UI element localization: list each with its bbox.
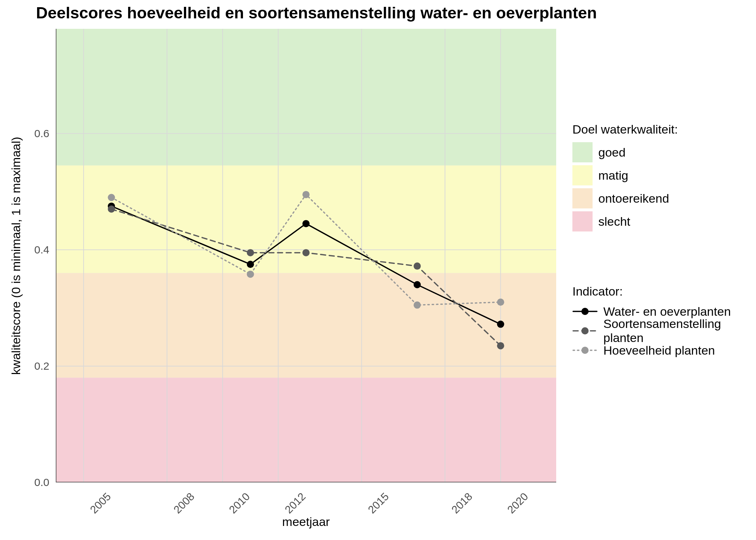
svg-point-31 — [497, 321, 504, 328]
legend-indicator: Indicator: Water- en oeverplantenSoorten… — [572, 284, 756, 363]
svg-rect-4 — [56, 378, 556, 482]
y-tick-label: 0.0 — [34, 476, 56, 489]
svg-rect-1 — [56, 29, 556, 166]
svg-point-40 — [414, 301, 421, 309]
legend-indicator-label: Soortensamenstelling planten — [603, 317, 756, 345]
legend-quality-swatch — [572, 165, 593, 185]
svg-point-41 — [497, 298, 504, 306]
legend-quality-item: slecht — [572, 211, 678, 231]
svg-point-49 — [581, 347, 589, 354]
chart-title: Deelscores hoeveelheid en soortensamenst… — [36, 4, 597, 22]
svg-point-34 — [302, 249, 310, 256]
legend-quality-label: ontoereikend — [598, 192, 669, 206]
y-tick-label: 0.4 — [34, 244, 56, 256]
svg-point-29 — [302, 220, 310, 227]
x-axis-label: meetjaar — [56, 515, 556, 529]
x-tick-label: 2018 — [449, 490, 475, 516]
legend-quality-swatch — [572, 188, 593, 208]
legend-quality-item: ontoereikend — [572, 188, 678, 208]
legend-indicator-item: Soortensamenstelling planten — [572, 324, 756, 338]
legend-indicator-label: Hoeveelheid planten — [603, 343, 715, 357]
legend-quality-title: Doel waterkwaliteit: — [572, 122, 678, 136]
svg-point-33 — [247, 249, 254, 256]
chart-container: Deelscores hoeveelheid en soortensamenst… — [0, 0, 756, 540]
x-tick-label: 2010 — [227, 490, 252, 516]
svg-point-45 — [581, 308, 589, 315]
legend-quality-label: matig — [598, 168, 628, 183]
x-tick-label: 2020 — [505, 490, 530, 516]
legend-indicator-swatch — [572, 324, 598, 338]
legend-quality-label: goed — [598, 145, 626, 159]
legend-quality-label: slecht — [598, 215, 630, 229]
legend-quality-item: goed — [572, 142, 678, 162]
y-axis-label: kwaliteitscore (0 is minimaal, 1 is maxi… — [9, 29, 23, 482]
legend-indicator-item: Water- en oeverplanten — [572, 304, 756, 319]
legend-indicator-item: Hoeveelheid planten — [572, 343, 756, 357]
plot-area: 0.00.20.40.62005200820102012201520182020 — [56, 29, 556, 482]
svg-point-37 — [108, 194, 115, 201]
svg-rect-2 — [56, 166, 556, 273]
x-tick-label: 2005 — [88, 490, 113, 516]
svg-rect-3 — [56, 273, 556, 378]
y-tick-label: 0.6 — [34, 127, 56, 140]
svg-point-30 — [414, 281, 421, 288]
svg-point-38 — [247, 271, 254, 278]
legend-quality-item: matig — [572, 165, 678, 185]
legend-indicator-swatch — [572, 304, 598, 319]
x-tick-label: 2012 — [282, 490, 308, 516]
x-tick-label: 2008 — [171, 490, 197, 516]
y-tick-label: 0.2 — [34, 360, 56, 372]
svg-point-47 — [581, 327, 589, 334]
legend-indicator-swatch — [572, 343, 598, 357]
plot-svg — [56, 29, 556, 482]
svg-point-28 — [247, 261, 254, 268]
legend-quality-swatch — [572, 142, 593, 162]
svg-point-35 — [414, 262, 421, 270]
legend-indicator-label: Water- en oeverplanten — [603, 305, 731, 319]
legend-quality: Doel waterkwaliteit: goedmatigontoereike… — [572, 122, 678, 234]
x-tick-label: 2015 — [366, 490, 391, 516]
legend-quality-swatch — [572, 211, 593, 231]
legend-indicator-title: Indicator: — [572, 284, 756, 298]
svg-point-39 — [302, 191, 310, 198]
svg-point-32 — [108, 206, 115, 213]
svg-point-36 — [497, 342, 504, 349]
